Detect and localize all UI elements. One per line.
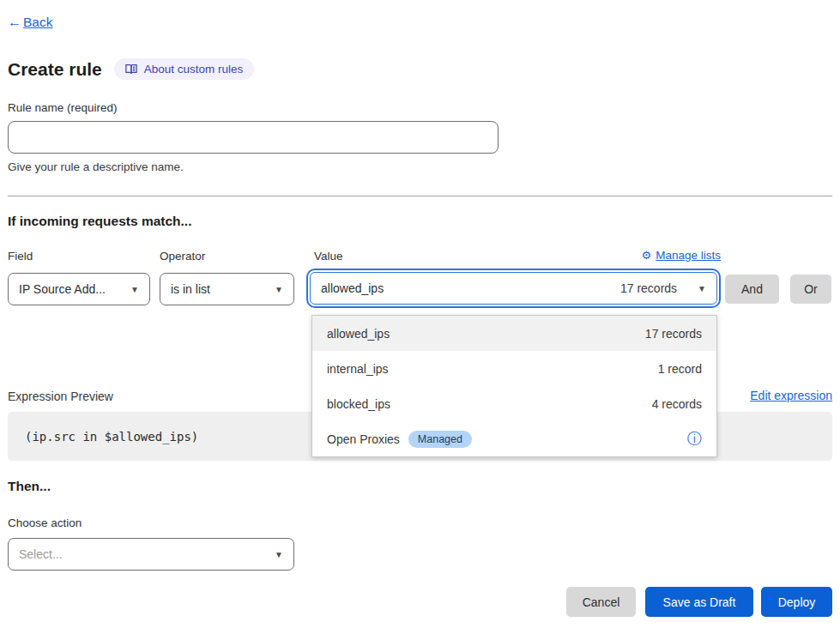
action-select-placeholder: Select...: [19, 547, 63, 561]
info-icon[interactable]: ⓘ: [687, 432, 702, 446]
save-as-draft-button[interactable]: Save as Draft: [645, 587, 753, 617]
expression-code: (ip.src in $allowed_ips): [25, 430, 198, 444]
list-option-allowed-ips[interactable]: allowed_ips 17 records: [312, 316, 716, 351]
chevron-down-icon: ▼: [130, 285, 139, 294]
list-option-name: allowed_ips: [327, 327, 390, 341]
list-option-open-proxies[interactable]: Open Proxies Managed ⓘ: [312, 421, 716, 456]
deploy-button[interactable]: Deploy: [761, 587, 832, 617]
list-option-name: internal_ips: [327, 362, 389, 376]
list-option-blocked-ips[interactable]: blocked_ips 4 records: [312, 386, 716, 421]
back-link[interactable]: ←Back: [8, 15, 52, 30]
list-dropdown-panel: allowed_ips 17 records internal_ips 1 re…: [311, 315, 717, 457]
list-option-name: blocked_ips: [327, 397, 390, 411]
about-custom-rules-label: About custom rules: [144, 63, 244, 75]
section-divider: [8, 196, 832, 196]
create-rule-page: ←Back Create rule About custom rules Rul…: [0, 0, 840, 634]
rule-name-label: Rule name (required): [8, 101, 118, 114]
value-select[interactable]: allowed_ips 17 records ▼: [310, 272, 717, 305]
operator-label: Operator: [160, 250, 205, 263]
and-button[interactable]: And: [725, 275, 779, 304]
field-select[interactable]: IP Source Add... ▼: [8, 273, 150, 305]
back-link-label: Back: [23, 15, 52, 30]
value-select-records: 17 records: [620, 281, 677, 295]
rule-name-input[interactable]: [8, 121, 499, 154]
list-option-records: 1 record: [658, 362, 702, 376]
or-button[interactable]: Or: [790, 275, 831, 304]
manage-lists-link[interactable]: ⚙ Manage lists: [642, 249, 721, 262]
gear-icon: ⚙: [642, 249, 652, 262]
chevron-down-icon: ▼: [275, 550, 283, 559]
field-select-value: IP Source Add...: [19, 282, 106, 296]
list-option-internal-ips[interactable]: internal_ips 1 record: [312, 351, 716, 386]
field-label: Field: [8, 250, 33, 263]
list-option-records: 17 records: [645, 327, 702, 341]
value-select-focus-ring: allowed_ips 17 records ▼: [306, 269, 721, 308]
operator-select[interactable]: is in list ▼: [160, 273, 294, 305]
back-arrow-icon: ←: [8, 15, 21, 30]
then-section-heading: Then...: [8, 479, 51, 494]
value-label: Value: [314, 250, 343, 263]
match-section-heading: If incoming requests match...: [8, 214, 191, 229]
list-option-records: 4 records: [652, 397, 702, 411]
edit-expression-link[interactable]: Edit expression: [750, 389, 832, 402]
page-title: Create rule: [8, 59, 102, 80]
rule-name-helper: Give your rule a descriptive name.: [8, 160, 184, 173]
value-select-value: allowed_ips: [321, 281, 384, 295]
chevron-down-icon: ▼: [698, 284, 706, 293]
title-row: Create rule About custom rules: [8, 58, 254, 80]
cancel-button[interactable]: Cancel: [566, 587, 636, 617]
book-icon: [125, 63, 137, 75]
list-option-name: Open Proxies: [327, 432, 400, 446]
action-select[interactable]: Select... ▼: [8, 538, 294, 571]
operator-select-value: is in list: [171, 282, 210, 296]
chevron-down-icon: ▼: [275, 285, 283, 294]
choose-action-label: Choose action: [8, 516, 82, 529]
managed-badge: Managed: [408, 431, 472, 448]
expression-preview-label: Expression Preview: [8, 389, 113, 403]
manage-lists-label: Manage lists: [656, 249, 721, 262]
about-custom-rules-link[interactable]: About custom rules: [114, 58, 255, 80]
